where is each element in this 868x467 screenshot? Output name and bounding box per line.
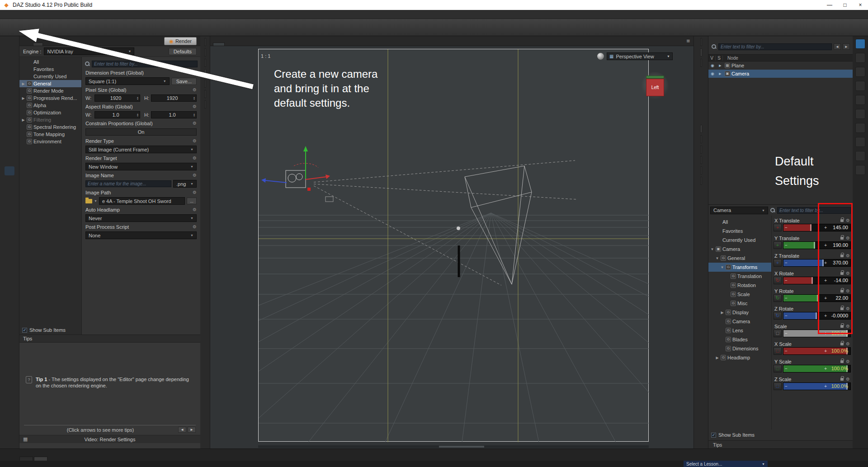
parameter-group[interactable]: ▶ G Headlamp	[708, 353, 771, 362]
dimension-preset-select[interactable]: Square (1:1) ▼	[85, 77, 170, 85]
history-icon[interactable]	[855, 81, 865, 91]
downloads-icon[interactable]	[855, 137, 865, 147]
render-settings-category[interactable]: Currently Used	[19, 73, 81, 80]
gear-icon[interactable]: ⚙	[193, 190, 197, 195]
decrement-button[interactable]: −	[785, 277, 788, 284]
translate-tool-icon[interactable]	[408, 21, 420, 33]
lock-icon[interactable]	[840, 307, 844, 310]
gear-icon[interactable]: ⚙	[193, 104, 197, 109]
increment-button[interactable]: +	[824, 224, 827, 231]
open-folder-icon[interactable]	[4, 56, 15, 66]
show-sub-items-checkbox[interactable]: ✓	[22, 328, 27, 333]
settings-filter-input[interactable]	[92, 61, 198, 67]
scale-tool-icon[interactable]	[439, 21, 452, 33]
powerpose-icon[interactable]	[519, 21, 531, 33]
render-settings-category[interactable]: G Spectral Rendering	[19, 123, 81, 131]
slider-type-icon[interactable]: +	[774, 224, 782, 231]
parameter-group[interactable]: G Scale	[708, 290, 771, 299]
parameter-group[interactable]: G Camera	[708, 317, 771, 326]
parameter-group[interactable]: G Blades	[708, 335, 771, 344]
render-target-select[interactable]: New Window ▼	[85, 163, 197, 170]
render-settings-category[interactable]: G Render Mode	[19, 87, 81, 94]
region-navigator-icon[interactable]	[598, 21, 610, 33]
puppeteer-icon[interactable]	[534, 21, 547, 33]
parameters-filter-input[interactable]	[777, 207, 851, 214]
increment-button[interactable]: +	[824, 242, 827, 249]
parameter-group[interactable]: Currently Used	[708, 236, 771, 245]
next-tip-button[interactable]: ►	[188, 427, 196, 433]
viewport-tab[interactable]	[225, 43, 236, 46]
gear-icon[interactable]: ⚙	[193, 87, 197, 92]
export-icon[interactable]	[4, 119, 15, 130]
menu-item[interactable]	[18, 10, 26, 19]
surface-selection-icon[interactable]	[503, 21, 515, 33]
parameter-group[interactable]: G Misc	[708, 299, 771, 308]
increment-button[interactable]: +	[824, 348, 827, 354]
next-filter-button[interactable]: ►	[843, 43, 850, 50]
gear-icon[interactable]: ⚙	[193, 224, 197, 229]
increment-button[interactable]: +	[824, 259, 827, 266]
post-process-select[interactable]: None ▼	[85, 231, 197, 239]
increment-button[interactable]: +	[824, 295, 827, 302]
menu-item[interactable]	[67, 10, 75, 19]
slider-track[interactable]: − + -0.0000	[783, 312, 851, 320]
package-icon[interactable]	[4, 196, 15, 207]
lock-icon[interactable]	[840, 378, 844, 381]
slider-track[interactable]: − + 100.0%	[783, 382, 851, 390]
create-cube-icon[interactable]	[131, 21, 144, 33]
defaults-button[interactable]: Defaults	[169, 48, 197, 55]
video-link[interactable]: ▦ Video: Render Settings	[19, 435, 200, 443]
node-select[interactable]: Camera ▼	[710, 207, 768, 214]
expand-arrow-icon[interactable]: ▶	[21, 82, 25, 86]
gear-icon[interactable]: ⚙	[193, 121, 197, 126]
menu-item[interactable]	[2, 10, 10, 19]
previous-tip-button[interactable]: ◄	[178, 427, 186, 433]
lock-icon[interactable]	[840, 272, 844, 275]
dock-tab[interactable]	[700, 125, 702, 133]
shader-icon[interactable]	[550, 21, 563, 33]
increment-button[interactable]: +	[824, 383, 827, 390]
figure-setup-icon[interactable]	[855, 123, 865, 133]
dolly-icon[interactable]	[683, 98, 691, 106]
view-cube-left-face[interactable]: Left	[646, 79, 664, 96]
texture-shaded-icon[interactable]	[344, 21, 357, 33]
spinner-icon[interactable]: ▲▼	[137, 113, 140, 117]
tool-settings-icon[interactable]	[855, 109, 865, 119]
pan-icon[interactable]	[683, 86, 691, 94]
render-settings-category[interactable]: G Environment	[19, 138, 81, 145]
parameter-group[interactable]: ▼ ▣ Camera	[708, 245, 771, 254]
dock-tab[interactable]	[204, 80, 206, 88]
render-settings-tab[interactable]	[24, 43, 33, 46]
increment-button[interactable]: +	[824, 312, 827, 319]
slider-track[interactable]: − + -14.00	[783, 277, 851, 284]
increment-button[interactable]: +	[824, 365, 827, 372]
parameter-group[interactable]: G Lens	[708, 326, 771, 335]
drawstyle-sphere-icon[interactable]	[597, 53, 604, 60]
slider-track[interactable]: − + 100.0%	[783, 330, 851, 337]
dock-tab[interactable]	[204, 69, 206, 77]
dock-tab[interactable]	[204, 100, 206, 108]
lesson-select[interactable]: Select a Lesson... ▼	[684, 461, 768, 467]
scrollbar-handle[interactable]	[439, 446, 484, 448]
dock-tab[interactable]	[700, 59, 702, 67]
transfer-utility-icon[interactable]	[582, 21, 594, 33]
expand-arrow-icon[interactable]: ▼	[710, 247, 714, 251]
gear-icon[interactable]: ⚙	[193, 156, 197, 160]
image-path-field[interactable]: e 4A - Temple Shoot OH Sword	[99, 197, 185, 205]
expand-arrow-icon[interactable]: ▶	[21, 96, 25, 100]
content-icon[interactable]	[4, 71, 15, 82]
pixel-width-field[interactable]: 1920 ▲▼	[94, 94, 140, 102]
slider-type-icon[interactable]: □	[774, 330, 782, 337]
menu-item[interactable]	[42, 10, 51, 19]
create-sphere-icon[interactable]	[84, 21, 96, 33]
decrement-button[interactable]: −	[785, 348, 788, 354]
expand-arrow-icon[interactable]: ▶	[720, 311, 724, 315]
render-settings-category[interactable]: All	[19, 58, 81, 66]
parameter-group[interactable]: ▶ G Display	[708, 308, 771, 317]
create-null-icon[interactable]	[68, 21, 80, 33]
visibility-eye-icon[interactable]: ◉	[709, 63, 716, 68]
joint-editor-icon[interactable]	[855, 151, 865, 161]
viewport-tab[interactable]	[236, 43, 246, 46]
view-select[interactable]: ▦ Perspective View ▼	[607, 52, 673, 60]
gear-icon[interactable]: ⚙	[193, 173, 197, 178]
